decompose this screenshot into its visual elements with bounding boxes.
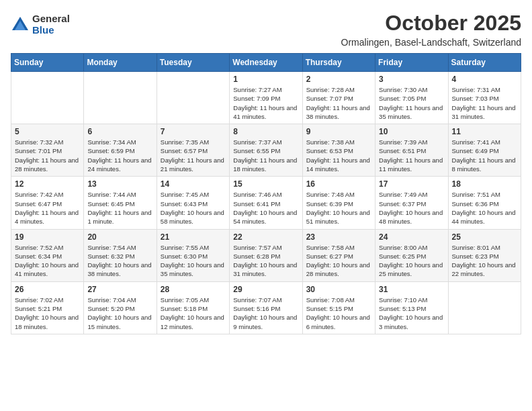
calendar-cell: 29Sunrise: 7:07 AM Sunset: 5:16 PM Dayli… (230, 281, 302, 334)
day-number: 21 (161, 232, 226, 242)
day-info: Sunrise: 7:32 AM Sunset: 7:01 PM Dayligh… (15, 138, 80, 173)
day-number: 27 (87, 285, 152, 294)
day-number: 10 (379, 127, 444, 136)
day-number: 24 (379, 232, 444, 242)
logo-icon (11, 15, 30, 34)
day-info: Sunrise: 7:37 AM Sunset: 6:55 PM Dayligh… (233, 138, 298, 173)
calendar-cell (157, 72, 229, 124)
calendar-cell: 2Sunrise: 7:28 AM Sunset: 7:07 PM Daylig… (302, 72, 375, 124)
calendar-cell: 17Sunrise: 7:49 AM Sunset: 6:37 PM Dayli… (375, 177, 448, 229)
calendar-cell: 21Sunrise: 7:55 AM Sunset: 6:30 PM Dayli… (157, 229, 229, 281)
calendar-cell: 28Sunrise: 7:05 AM Sunset: 5:18 PM Dayli… (157, 281, 229, 334)
day-number: 13 (87, 179, 152, 189)
calendar-cell: 9Sunrise: 7:38 AM Sunset: 6:53 PM Daylig… (302, 124, 375, 177)
month-title: October 2025 (341, 11, 521, 36)
calendar-cell: 24Sunrise: 8:00 AM Sunset: 6:25 PM Dayli… (375, 229, 448, 281)
day-number: 4 (452, 75, 517, 84)
calendar-cell (84, 72, 157, 124)
calendar-cell: 23Sunrise: 7:58 AM Sunset: 6:27 PM Dayli… (302, 229, 375, 281)
page-container: General Blue October 2025 Ormalingen, Ba… (0, 0, 532, 340)
calendar-table: Sunday Monday Tuesday Wednesday Thursday… (11, 53, 521, 334)
calendar-cell: 15Sunrise: 7:46 AM Sunset: 6:41 PM Dayli… (230, 177, 302, 229)
calendar-cell: 25Sunrise: 8:01 AM Sunset: 6:23 PM Dayli… (448, 229, 521, 281)
calendar-cell: 18Sunrise: 7:51 AM Sunset: 6:36 PM Dayli… (448, 177, 521, 229)
day-number: 14 (161, 179, 226, 189)
day-info: Sunrise: 7:28 AM Sunset: 7:07 PM Dayligh… (306, 85, 371, 121)
calendar-week-3: 12Sunrise: 7:42 AM Sunset: 6:47 PM Dayli… (11, 177, 521, 229)
calendar-cell: 27Sunrise: 7:04 AM Sunset: 5:20 PM Dayli… (84, 281, 157, 334)
day-info: Sunrise: 7:02 AM Sunset: 5:21 PM Dayligh… (15, 295, 80, 331)
logo-text: General Blue (32, 13, 70, 36)
calendar-cell: 31Sunrise: 7:10 AM Sunset: 5:13 PM Dayli… (375, 281, 448, 334)
day-info: Sunrise: 7:54 AM Sunset: 6:32 PM Dayligh… (87, 243, 152, 279)
day-info: Sunrise: 8:01 AM Sunset: 6:23 PM Dayligh… (452, 243, 517, 279)
day-info: Sunrise: 7:07 AM Sunset: 5:16 PM Dayligh… (233, 295, 298, 331)
calendar-cell: 14Sunrise: 7:45 AM Sunset: 6:43 PM Dayli… (157, 177, 229, 229)
day-info: Sunrise: 7:49 AM Sunset: 6:37 PM Dayligh… (379, 190, 444, 226)
calendar-week-1: 1Sunrise: 7:27 AM Sunset: 7:09 PM Daylig… (11, 72, 521, 124)
day-number: 23 (306, 232, 371, 242)
day-info: Sunrise: 7:39 AM Sunset: 6:51 PM Dayligh… (379, 138, 444, 173)
calendar-week-4: 19Sunrise: 7:52 AM Sunset: 6:34 PM Dayli… (11, 229, 521, 281)
day-info: Sunrise: 7:55 AM Sunset: 6:30 PM Dayligh… (161, 243, 226, 279)
day-number: 5 (15, 127, 80, 136)
logo-blue: Blue (32, 25, 70, 36)
day-number: 12 (15, 179, 80, 189)
day-number: 6 (87, 127, 152, 136)
col-wednesday: Wednesday (230, 54, 302, 72)
day-info: Sunrise: 7:58 AM Sunset: 6:27 PM Dayligh… (306, 243, 371, 279)
day-number: 8 (233, 127, 298, 136)
calendar-cell: 1Sunrise: 7:27 AM Sunset: 7:09 PM Daylig… (230, 72, 302, 124)
day-info: Sunrise: 7:48 AM Sunset: 6:39 PM Dayligh… (306, 190, 371, 226)
day-number: 25 (452, 232, 517, 242)
calendar-cell: 12Sunrise: 7:42 AM Sunset: 6:47 PM Dayli… (11, 177, 84, 229)
calendar-cell (448, 281, 521, 334)
calendar-cell: 6Sunrise: 7:34 AM Sunset: 6:59 PM Daylig… (84, 124, 157, 177)
day-number: 22 (233, 232, 298, 242)
day-info: Sunrise: 7:38 AM Sunset: 6:53 PM Dayligh… (306, 138, 371, 173)
day-number: 9 (306, 127, 371, 136)
day-number: 15 (233, 179, 298, 189)
calendar-cell: 11Sunrise: 7:41 AM Sunset: 6:49 PM Dayli… (448, 124, 521, 177)
calendar-cell: 5Sunrise: 7:32 AM Sunset: 7:01 PM Daylig… (11, 124, 84, 177)
calendar-cell: 20Sunrise: 7:54 AM Sunset: 6:32 PM Dayli… (84, 229, 157, 281)
day-number: 20 (87, 232, 152, 242)
calendar-cell: 22Sunrise: 7:57 AM Sunset: 6:28 PM Dayli… (230, 229, 302, 281)
calendar-cell: 13Sunrise: 7:44 AM Sunset: 6:45 PM Dayli… (84, 177, 157, 229)
logo: General Blue (11, 13, 70, 36)
title-area: October 2025 Ormalingen, Basel-Landschaf… (341, 11, 521, 48)
day-info: Sunrise: 7:45 AM Sunset: 6:43 PM Dayligh… (161, 190, 226, 226)
day-info: Sunrise: 7:42 AM Sunset: 6:47 PM Dayligh… (15, 190, 80, 226)
day-number: 2 (306, 75, 371, 84)
col-saturday: Saturday (448, 54, 521, 72)
day-number: 11 (452, 127, 517, 136)
calendar-cell: 16Sunrise: 7:48 AM Sunset: 6:39 PM Dayli… (302, 177, 375, 229)
day-info: Sunrise: 7:44 AM Sunset: 6:45 PM Dayligh… (87, 190, 152, 226)
day-number: 18 (452, 179, 517, 189)
day-number: 26 (15, 285, 80, 294)
day-info: Sunrise: 8:00 AM Sunset: 6:25 PM Dayligh… (379, 243, 444, 279)
day-number: 28 (161, 285, 226, 294)
day-info: Sunrise: 7:52 AM Sunset: 6:34 PM Dayligh… (15, 243, 80, 279)
day-number: 7 (161, 127, 226, 136)
day-info: Sunrise: 7:10 AM Sunset: 5:13 PM Dayligh… (379, 295, 444, 331)
day-info: Sunrise: 7:35 AM Sunset: 6:57 PM Dayligh… (161, 138, 226, 173)
day-info: Sunrise: 7:27 AM Sunset: 7:09 PM Dayligh… (233, 85, 298, 121)
calendar-cell: 26Sunrise: 7:02 AM Sunset: 5:21 PM Dayli… (11, 281, 84, 334)
day-info: Sunrise: 7:34 AM Sunset: 6:59 PM Dayligh… (87, 138, 152, 173)
calendar-cell: 4Sunrise: 7:31 AM Sunset: 7:03 PM Daylig… (448, 72, 521, 124)
day-number: 16 (306, 179, 371, 189)
day-number: 31 (379, 285, 444, 294)
calendar-cell: 7Sunrise: 7:35 AM Sunset: 6:57 PM Daylig… (157, 124, 229, 177)
day-info: Sunrise: 7:57 AM Sunset: 6:28 PM Dayligh… (233, 243, 298, 279)
calendar-cell: 8Sunrise: 7:37 AM Sunset: 6:55 PM Daylig… (230, 124, 302, 177)
calendar-cell: 3Sunrise: 7:30 AM Sunset: 7:05 PM Daylig… (375, 72, 448, 124)
col-monday: Monday (84, 54, 157, 72)
day-number: 19 (15, 232, 80, 242)
day-number: 30 (306, 285, 371, 294)
day-info: Sunrise: 7:05 AM Sunset: 5:18 PM Dayligh… (161, 295, 226, 331)
day-info: Sunrise: 7:41 AM Sunset: 6:49 PM Dayligh… (452, 138, 517, 173)
day-info: Sunrise: 7:51 AM Sunset: 6:36 PM Dayligh… (452, 190, 517, 226)
day-number: 1 (233, 75, 298, 84)
calendar-cell: 10Sunrise: 7:39 AM Sunset: 6:51 PM Dayli… (375, 124, 448, 177)
